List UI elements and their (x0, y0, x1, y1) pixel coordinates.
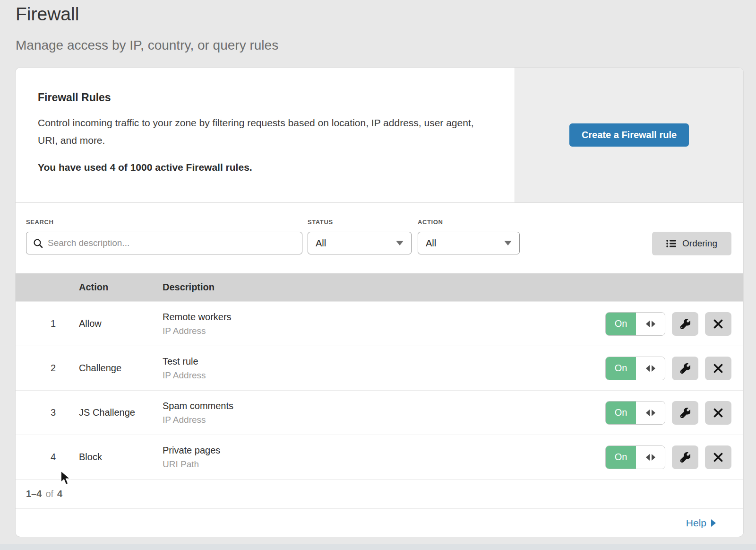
table-row: 3 JS Challenge Spam comments IP Address … (16, 390, 743, 435)
rule-match-type: IP Address (163, 326, 605, 336)
rules-table-body: 1 Allow Remote workers IP Address On (16, 301, 743, 479)
arrows-horizontal-icon[interactable] (636, 402, 665, 424)
create-firewall-rule-button[interactable]: Create a Firewall rule (569, 123, 689, 147)
rule-description: Spam comments (163, 401, 605, 411)
action-column-header: Action (79, 282, 163, 293)
rule-priority: 1 (16, 318, 79, 329)
rule-match-type: IP Address (163, 370, 605, 381)
pagination-range: 1–4 (26, 489, 42, 499)
edit-rule-button[interactable] (672, 312, 698, 336)
pagination-total: 4 (57, 489, 62, 499)
help-row: Help (16, 508, 743, 537)
list-icon (666, 239, 677, 248)
rule-match-type: IP Address (163, 415, 605, 425)
rule-description: Private pages (163, 445, 605, 456)
wrench-icon (680, 452, 690, 463)
action-select[interactable]: All (418, 232, 520, 254)
rule-controls: On (605, 312, 743, 336)
create-rule-panel: Create a Firewall rule (515, 68, 743, 202)
rule-priority: 2 (16, 363, 79, 374)
toggle-on-label: On (606, 357, 636, 380)
filters-bar: SEARCH STATUS All ACTION All (16, 203, 743, 273)
firewall-rules-card: Firewall Rules Control incoming traffic … (16, 68, 743, 537)
rule-match-type: URI Path (163, 459, 605, 470)
rule-action: Block (79, 452, 163, 463)
arrows-horizontal-icon[interactable] (636, 313, 665, 335)
wrench-icon (680, 363, 690, 374)
rule-description-cell: Test rule IP Address (163, 356, 605, 381)
status-select[interactable]: All (308, 232, 412, 254)
rule-description-cell: Private pages URI Path (163, 445, 605, 470)
edit-rule-button[interactable] (672, 445, 698, 469)
chevron-down-icon (504, 241, 512, 245)
chevron-down-icon (396, 241, 404, 245)
search-label: SEARCH (26, 218, 302, 226)
pagination: 1–4 of 4 (16, 479, 743, 508)
rule-enabled-toggle[interactable]: On (605, 401, 665, 425)
page-title: Firewall (16, 4, 79, 25)
rule-action: Allow (79, 318, 163, 329)
edit-rule-button[interactable] (672, 357, 698, 380)
toggle-on-label: On (606, 446, 636, 469)
search-filter-group: SEARCH (26, 218, 302, 254)
pagination-of: of (45, 489, 53, 499)
mouse-cursor (60, 470, 73, 488)
rule-description: Test rule (163, 356, 605, 367)
wrench-icon (680, 319, 690, 329)
rule-controls: On (605, 357, 743, 380)
delete-rule-button[interactable] (705, 445, 731, 469)
rule-controls: On (605, 445, 743, 469)
rule-controls: On (605, 401, 743, 425)
overview-section: Firewall Rules Control incoming traffic … (16, 68, 743, 202)
ordering-button-label: Ordering (682, 238, 717, 249)
status-filter-group: STATUS All (308, 218, 412, 254)
table-header: Action Description (16, 273, 743, 301)
rule-description-cell: Spam comments IP Address (163, 401, 605, 425)
page-subtitle: Manage access by IP, country, or query r… (16, 38, 278, 53)
status-label: STATUS (308, 218, 412, 226)
rules-usage-count: You have used 4 of 1000 active Firewall … (38, 162, 492, 173)
rule-enabled-toggle[interactable]: On (605, 445, 665, 469)
chevron-right-icon (711, 519, 716, 527)
action-select-value: All (426, 238, 436, 249)
rule-priority: 4 (16, 452, 79, 463)
rule-action: Challenge (79, 363, 163, 374)
delete-rule-button[interactable] (705, 401, 731, 425)
arrows-horizontal-icon[interactable] (636, 357, 665, 380)
help-link-label: Help (686, 517, 706, 529)
toggle-on-label: On (606, 402, 636, 424)
x-icon (713, 319, 723, 329)
rule-priority: 3 (16, 407, 79, 418)
action-label: ACTION (418, 218, 520, 226)
overview-text: Firewall Rules Control incoming traffic … (16, 68, 515, 202)
x-icon (713, 364, 723, 373)
table-row: 1 Allow Remote workers IP Address On (16, 301, 743, 346)
rule-description-cell: Remote workers IP Address (163, 312, 605, 336)
search-icon (33, 238, 43, 248)
search-input[interactable] (48, 238, 295, 248)
toggle-on-label: On (606, 313, 636, 335)
arrows-horizontal-icon[interactable] (636, 446, 665, 469)
rule-action: JS Challenge (79, 407, 163, 418)
delete-rule-button[interactable] (705, 357, 731, 380)
rule-description: Remote workers (163, 312, 605, 323)
x-icon (713, 453, 723, 462)
window-bottom-edge (0, 544, 756, 550)
x-icon (713, 408, 723, 418)
firewall-page: Firewall Manage access by IP, country, o… (0, 0, 756, 550)
wrench-icon (680, 408, 690, 418)
table-row: 4 Block Private pages URI Path On (16, 435, 743, 479)
edit-rule-button[interactable] (672, 401, 698, 425)
help-link[interactable]: Help (686, 517, 716, 529)
description-column-header: Description (163, 282, 743, 293)
status-select-value: All (316, 238, 326, 249)
ordering-button[interactable]: Ordering (652, 232, 731, 255)
rules-description: Control incoming traffic to your zone by… (38, 114, 487, 149)
search-box (26, 232, 302, 254)
rule-enabled-toggle[interactable]: On (605, 357, 665, 380)
rules-heading: Firewall Rules (38, 91, 492, 104)
rule-enabled-toggle[interactable]: On (605, 312, 665, 336)
action-filter-group: ACTION All (418, 218, 520, 254)
delete-rule-button[interactable] (705, 312, 731, 336)
table-row: 2 Challenge Test rule IP Address On (16, 346, 743, 390)
